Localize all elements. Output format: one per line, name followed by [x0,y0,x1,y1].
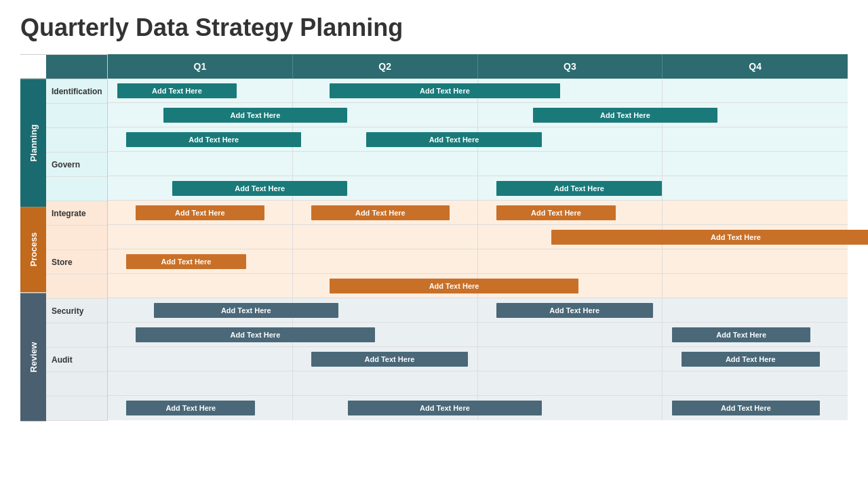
data-cell-c2: Add Text Here [478,103,663,127]
data-cell-c1: Add Text Here [293,79,478,102]
gantt-bar[interactable]: Add Text Here [311,205,450,220]
data-row [108,152,848,176]
gantt-bar[interactable]: Add Text Here [126,254,246,269]
chart-wrapper: Planning Process Review IdentificationGo… [20,54,848,421]
data-cell-c0: Add Text Here [108,323,293,346]
data-row: Add Text HereAdd Text Here [108,79,848,103]
main-grid: Q1Q2Q3Q4 Add Text HereAdd Text HereAdd T… [107,54,848,421]
row-label-review-0-0: Security [46,299,107,323]
data-cell-c1 [293,152,478,176]
data-cell-c3 [663,176,848,200]
gantt-bar[interactable]: Add Text Here [330,83,560,98]
data-cell-c0: Add Text Here [108,201,293,224]
data-cell-c3 [663,249,848,273]
data-cell-c3: Add Text Here [663,323,848,346]
data-cell-c2: Add Text Here [478,201,663,224]
data-cell-c1: Add Text Here [293,347,478,371]
gantt-bar[interactable]: Add Text Here [682,352,821,367]
gantt-bar[interactable]: Add Text Here [672,401,820,415]
data-row: Add Text HereAdd Text Here [108,347,848,371]
data-row: Add Text Here [108,225,848,249]
gantt-bar[interactable]: Add Text Here [311,352,468,367]
gantt-bar[interactable]: Add Text Here [551,230,868,245]
data-cell-c0: Add Text Here [108,127,293,151]
row-label-planning-0-2 [46,128,107,152]
row-label-planning-0-1 [46,104,107,128]
gantt-bar[interactable]: Add Text Here [172,181,347,196]
data-cell-c2: Add Text Here [478,298,663,322]
gantt-bar[interactable]: Add Text Here [496,303,653,318]
data-cell-c3 [663,201,848,224]
row-label-planning-1-0: Govern [46,152,107,177]
row-label-planning-0-0: Identification [46,79,107,104]
data-cell-c2 [478,249,663,273]
gantt-bar[interactable]: Add Text Here [117,83,237,98]
data-cell-c0: Add Text Here [108,249,293,273]
data-row: Add Text Here [108,274,848,298]
data-cell-c0 [108,225,293,249]
data-rows: Add Text HereAdd Text HereAdd Text HereA… [108,79,848,421]
data-cell-c0 [108,274,293,298]
data-cell-c0: Add Text Here [108,103,293,127]
data-cell-c3: Add Text Here [663,347,848,371]
header-q3: Q3 [478,54,663,79]
header-q1: Q1 [108,54,293,79]
row-label-process-0-0: Integrate [46,201,107,226]
data-cell-c1: Add Text Here [293,396,478,420]
data-cell-c2 [478,323,663,346]
data-row: Add Text HereAdd Text Here [108,176,848,201]
row-label-process-1-0: Store [46,250,107,274]
data-cell-c2: Add Text Here [478,225,663,249]
data-cell-c0: Add Text Here [108,176,293,200]
page-title: Quarterly Data Strategy Planning [20,14,848,42]
v-label-process: Process [20,207,46,292]
data-cell-c1 [293,371,478,395]
data-cell-c3 [663,371,848,395]
data-cell-c2 [478,347,663,371]
gantt-bar[interactable]: Add Text Here [496,181,663,196]
gantt-bar[interactable]: Add Text Here [330,279,578,293]
header-q4: Q4 [663,54,848,79]
data-cell-c3: Add Text Here [663,396,848,420]
v-label-planning: Planning [20,79,46,207]
data-cell-c3 [663,152,848,176]
data-row: Add Text HereAdd Text HereAdd Text Here [108,201,848,225]
gantt-bar[interactable]: Add Text Here [136,327,375,342]
row-label-process-0-1 [46,226,107,250]
gantt-bar[interactable]: Add Text Here [348,401,541,415]
gantt-bar[interactable]: Add Text Here [672,327,811,342]
header-q2: Q2 [293,54,478,79]
data-cell-c3 [663,274,848,298]
gantt-bar[interactable]: Add Text Here [496,205,616,220]
v-label-review: Review [20,293,46,421]
row-label-process-1-1 [46,274,107,299]
data-row [108,371,848,396]
row-label-review-0-1 [46,323,107,348]
gantt-bar[interactable]: Add Text Here [533,108,717,123]
data-cell-c0 [108,371,293,395]
gantt-bar[interactable]: Add Text Here [126,132,301,147]
gantt-bar[interactable]: Add Text Here [136,205,264,220]
row-label-review-1-0: Audit [46,348,107,372]
header-row: Q1Q2Q3Q4 [108,54,848,79]
data-cell-c3 [663,79,848,102]
row-labels: IdentificationGovernIntegrateStoreSecuri… [46,54,107,421]
data-cell-c2 [478,371,663,395]
data-cell-c1: Add Text Here [293,274,478,298]
page: Quarterly Data Strategy Planning Plannin… [0,0,868,488]
gantt-bar[interactable]: Add Text Here [126,401,255,415]
row-label-planning-1-1 [46,177,107,201]
gantt-bar[interactable]: Add Text Here [154,303,338,318]
gantt-bar[interactable]: Add Text Here [163,108,348,123]
data-row: Add Text HereAdd Text Here [108,103,848,127]
row-label-review-1-2 [46,396,107,421]
row-label-review-1-1 [46,372,107,396]
data-cell-c2: Add Text Here [478,176,663,200]
data-cell-c1 [293,249,478,273]
data-row: Add Text Here [108,249,848,274]
data-row: Add Text HereAdd Text Here [108,298,848,323]
gantt-bar[interactable]: Add Text Here [366,132,541,147]
data-cell-c1: Add Text Here [293,127,478,151]
data-cell-c3 [663,127,848,151]
data-cell-c1: Add Text Here [293,201,478,224]
